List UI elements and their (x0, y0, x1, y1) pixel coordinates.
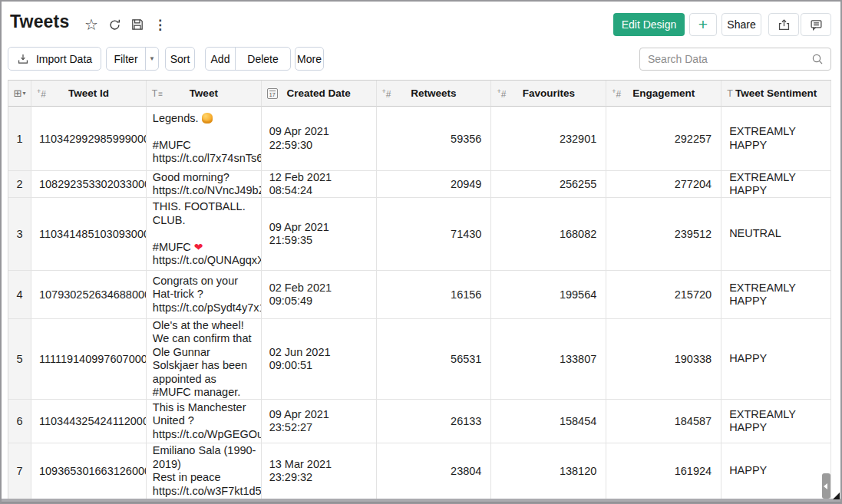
add-button[interactable]: Add (206, 48, 235, 70)
table-row: 4107930252634688000Congrats on yourHat-t… (8, 271, 831, 319)
refresh-icon[interactable] (108, 18, 121, 31)
cell-tweet[interactable]: This is ManchesterUnited ?https://t.co/W… (147, 400, 262, 443)
cell-retweets[interactable]: 20949 (377, 171, 492, 198)
red-heart-emoji: ❤ (194, 241, 203, 253)
cell-tweet-id[interactable]: 110344325424112000 (31, 400, 147, 443)
save-icon[interactable] (131, 18, 144, 31)
cell-favourites[interactable]: 138120 (491, 443, 606, 499)
cell-tweet-id[interactable]: 108292353302033000 (31, 171, 147, 198)
cell-retweets[interactable]: 59356 (377, 107, 492, 171)
column-type-icon: 17 (267, 88, 278, 99)
table-row: 2108292353302033000Good morning?https://… (8, 171, 831, 198)
cell-row-number[interactable]: 1 (8, 107, 31, 171)
cell-row-number[interactable]: 6 (8, 400, 31, 443)
sort-button[interactable]: Sort (165, 47, 195, 71)
search-icon[interactable] (811, 53, 824, 65)
search-input[interactable] (640, 53, 811, 65)
horizontal-scrollbar[interactable] (2, 499, 840, 502)
cell-created-date[interactable]: 09 Apr 202122:59:30 (262, 107, 377, 171)
cell-tweet-sentiment[interactable]: EXTREAMLY HAPPY (721, 400, 831, 443)
cell-created-date[interactable]: 02 Jun 202109:00:51 (262, 319, 377, 400)
more-button[interactable]: More (295, 47, 324, 71)
cell-tweet-id[interactable]: 111119140997607000 (31, 319, 147, 400)
column-header-engagement[interactable]: +#Engagement (606, 81, 721, 107)
cell-retweets[interactable]: 16156 (377, 271, 492, 319)
cell-engagement[interactable]: 161924 (606, 443, 721, 499)
cell-tweet-id[interactable]: 110342992985999000 (31, 107, 147, 171)
raised-fist-emoji (202, 113, 213, 124)
cell-tweet[interactable]: Congrats on yourHat-trick ?https://t.co/… (147, 271, 262, 319)
cell-tweet-id[interactable]: 109365301663126000 (31, 443, 147, 499)
comments-button[interactable] (801, 13, 831, 36)
add-delete-group: Add Delete (205, 47, 291, 71)
cell-tweet-sentiment[interactable]: NEUTRAL (721, 198, 831, 271)
cell-tweet[interactable]: Legends. #MUFChttps://t.co/l7x74snTs6 (147, 107, 262, 171)
cell-row-number[interactable]: 3 (8, 198, 31, 271)
table-row: 5111119140997607000Ole's at the wheel!We… (8, 319, 831, 400)
filter-dropdown-caret[interactable]: ▼ (145, 48, 158, 70)
search-box (639, 48, 831, 71)
cell-tweet[interactable]: Good morning?https://t.co/NVncJ49bZ (147, 171, 262, 198)
column-header-retweets[interactable]: +#Retweets (377, 81, 492, 107)
cell-created-date[interactable]: 13 Mar 202123:29:32 (262, 443, 377, 499)
cell-favourites[interactable]: 158454 (491, 400, 606, 443)
cell-favourites[interactable]: 256255 (491, 171, 606, 198)
cell-created-date[interactable]: 12 Feb 202108:54:24 (262, 171, 377, 198)
cell-tweet-sentiment[interactable]: HAPPY (721, 443, 831, 499)
scroll-arrow-button[interactable] (822, 473, 830, 499)
column-header-tweet[interactable]: T≡Tweet (147, 81, 262, 107)
share-button[interactable]: Share (721, 13, 761, 36)
column-type-icon: T≡ (152, 88, 163, 99)
cell-tweet-sentiment[interactable]: EXTREAMLY HAPPY (721, 271, 831, 319)
cell-favourites[interactable]: 133807 (491, 319, 606, 400)
column-header-favourites[interactable]: +#Favourites (491, 81, 606, 107)
cell-retweets[interactable]: 23804 (377, 443, 492, 499)
import-data-button[interactable]: Import Data (8, 47, 101, 71)
cell-engagement[interactable]: 277204 (606, 171, 721, 198)
cell-created-date[interactable]: 02 Feb 202109:05:49 (262, 271, 377, 319)
column-header-created-date[interactable]: 17Created Date (262, 81, 377, 107)
cell-engagement[interactable]: 292257 (606, 107, 721, 171)
cell-tweet[interactable]: Emiliano Sala (1990-2019)Rest in peaceht… (147, 443, 262, 499)
cell-row-number[interactable]: 7 (8, 443, 31, 499)
cell-created-date[interactable]: 09 Apr 202123:52:27 (262, 400, 377, 443)
cell-favourites[interactable]: 168082 (491, 198, 606, 271)
cell-engagement[interactable]: 239512 (606, 198, 721, 271)
cell-retweets[interactable]: 56531 (377, 319, 492, 400)
cell-retweets[interactable]: 71430 (377, 198, 492, 271)
cell-tweet-id[interactable]: 110341485103093000 (31, 198, 147, 271)
cell-tweet[interactable]: Ole's at the wheel!We can confirm thatOl… (147, 319, 262, 400)
edit-design-button[interactable]: Edit Design (613, 13, 685, 36)
add-new-button[interactable]: + (689, 13, 717, 36)
cell-tweet-sentiment[interactable]: EXTREAMLY HAPPY (721, 107, 831, 171)
cell-tweet-sentiment[interactable]: EXTREAMLY HAPPY (721, 171, 831, 198)
export-icon (778, 18, 791, 31)
cell-tweet-id[interactable]: 107930252634688000 (31, 271, 147, 319)
column-header-tweet-id[interactable]: +#Tweet Id (31, 81, 147, 107)
cell-engagement[interactable]: 184587 (606, 400, 721, 443)
cell-row-number[interactable]: 5 (8, 319, 31, 400)
cell-favourites[interactable]: 199564 (491, 271, 606, 319)
column-header-select[interactable]: ⊞▾ (8, 81, 31, 107)
comment-icon (810, 18, 823, 31)
table-row: 1110342992985999000Legends. #MUFChttps:/… (8, 107, 831, 171)
more-options-icon[interactable]: ⋮ (154, 17, 167, 33)
cell-created-date[interactable]: 09 Apr 202121:59:35 (262, 198, 377, 271)
cell-row-number[interactable]: 2 (8, 171, 31, 198)
cell-favourites[interactable]: 232901 (491, 107, 606, 171)
table-row: 3110341485103093000THIS. FOOTBALL.CLUB. … (8, 198, 831, 271)
cell-row-number[interactable]: 4 (8, 271, 31, 319)
cell-engagement[interactable]: 215720 (606, 271, 721, 319)
cell-tweet[interactable]: THIS. FOOTBALL.CLUB. #MUFC ❤https://t.co… (147, 198, 262, 271)
column-type-icon: +# (37, 87, 46, 100)
table-row: 7109365301663126000Emiliano Sala (1990-2… (8, 443, 831, 499)
export-button[interactable] (768, 13, 799, 36)
data-table: ⊞▾+#Tweet IdT≡Tweet17Created Date+#Retwe… (8, 80, 831, 504)
favorite-star-icon[interactable]: ☆ (84, 17, 98, 32)
cell-engagement[interactable]: 190338 (606, 319, 721, 400)
column-header-tweet-sentiment[interactable]: TTweet Sentiment (721, 81, 831, 107)
cell-tweet-sentiment[interactable]: HAPPY (721, 319, 831, 400)
filter-button[interactable]: Filter (107, 48, 145, 70)
delete-button[interactable]: Delete (235, 48, 290, 70)
cell-retweets[interactable]: 26133 (377, 400, 492, 443)
